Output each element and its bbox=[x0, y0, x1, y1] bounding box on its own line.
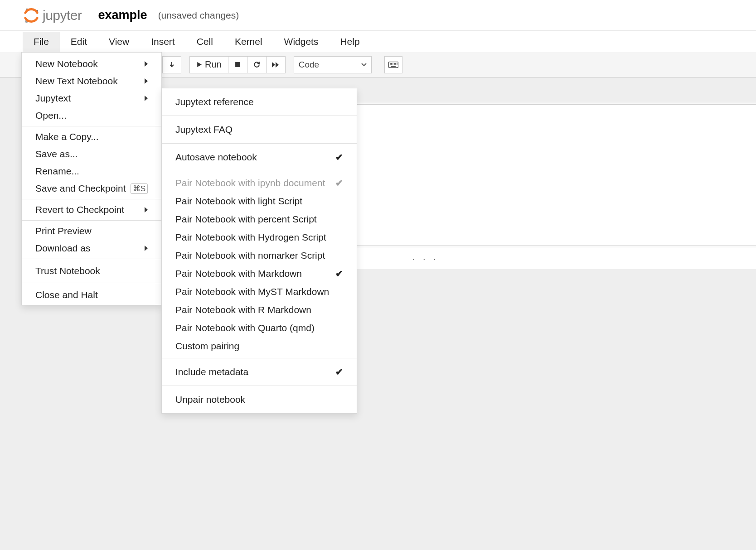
custom-pairing[interactable]: Custom pairing bbox=[162, 337, 357, 358]
menu-separator bbox=[22, 126, 161, 126]
svg-point-14 bbox=[394, 64, 395, 65]
pair-myst-markdown[interactable]: Pair Notebook with MyST Markdown bbox=[162, 283, 357, 301]
unpair-notebook[interactable]: Unpair notebook bbox=[162, 386, 357, 413]
svg-point-5 bbox=[390, 63, 391, 64]
file-save-as[interactable]: Save as... bbox=[22, 145, 161, 163]
svg-point-6 bbox=[391, 63, 392, 64]
menubar: File Edit View Insert Cell Kernel Widget… bbox=[0, 31, 756, 52]
menu-help[interactable]: Help bbox=[329, 32, 370, 52]
svg-rect-17 bbox=[391, 66, 396, 67]
check-icon: ✔ bbox=[335, 178, 343, 188]
fast-forward-icon bbox=[271, 62, 280, 68]
file-jupytext[interactable]: Jupytext bbox=[22, 90, 161, 107]
pair-percent-script[interactable]: Pair Notebook with percent Script bbox=[162, 210, 357, 228]
celltype-select[interactable]: Code bbox=[294, 56, 372, 73]
menu-file[interactable]: File bbox=[23, 32, 60, 52]
pair-nomarker-script[interactable]: Pair Notebook with nomarker Script bbox=[162, 246, 357, 265]
run-group: Run bbox=[189, 56, 286, 73]
include-metadata[interactable]: Include metadata ✔ bbox=[162, 358, 357, 386]
file-new-text-notebook[interactable]: New Text Notebook bbox=[22, 72, 161, 90]
jupytext-faq[interactable]: Jupytext FAQ bbox=[162, 116, 357, 143]
pair-ipynb[interactable]: Pair Notebook with ipynb document ✔ bbox=[162, 171, 357, 192]
file-trust-notebook[interactable]: Trust Notebook bbox=[22, 261, 161, 281]
run-label: Run bbox=[205, 59, 222, 70]
restart-run-all-button[interactable] bbox=[267, 56, 286, 73]
jupytext-submenu: Jupytext reference Jupytext FAQ Autosave… bbox=[161, 88, 357, 414]
check-icon: ✔ bbox=[335, 268, 343, 279]
menu-cell[interactable]: Cell bbox=[186, 32, 224, 52]
jupytext-autosave[interactable]: Autosave notebook ✔ bbox=[162, 144, 357, 171]
restart-icon bbox=[253, 61, 261, 68]
stop-icon bbox=[235, 62, 241, 68]
svg-point-12 bbox=[391, 64, 392, 65]
file-dropdown: New Notebook New Text Notebook Jupytext … bbox=[21, 52, 162, 305]
file-download-as[interactable]: Download as bbox=[22, 240, 161, 257]
file-rename[interactable]: Rename... bbox=[22, 163, 161, 180]
menu-separator bbox=[22, 199, 161, 199]
svg-point-8 bbox=[394, 63, 395, 64]
interrupt-button[interactable] bbox=[228, 56, 247, 73]
cell-ellipsis: . . . bbox=[412, 252, 439, 262]
command-palette-button[interactable] bbox=[384, 56, 402, 73]
file-open[interactable]: Open... bbox=[22, 107, 161, 124]
keyboard-icon bbox=[388, 62, 398, 68]
pair-markdown[interactable]: Pair Notebook with Markdown ✔ bbox=[162, 265, 357, 283]
jupyter-logo[interactable]: jupyter bbox=[23, 7, 82, 24]
file-make-copy[interactable]: Make a Copy... bbox=[22, 128, 161, 145]
submenu-arrow-icon bbox=[145, 61, 148, 67]
svg-point-11 bbox=[390, 64, 391, 65]
file-save-checkpoint[interactable]: Save and Checkpoint ⌘S bbox=[22, 180, 161, 197]
file-print-preview[interactable]: Print Preview bbox=[22, 222, 161, 240]
header: jupyter example (unsaved changes) bbox=[0, 0, 756, 31]
kbd-shortcut: ⌘S bbox=[131, 183, 148, 194]
submenu-arrow-icon bbox=[145, 78, 148, 84]
jupyter-icon bbox=[23, 7, 40, 24]
menu-insert[interactable]: Insert bbox=[140, 32, 186, 52]
file-revert-checkpoint[interactable]: Revert to Checkpoint bbox=[22, 201, 161, 218]
svg-point-13 bbox=[393, 64, 393, 65]
menu-view[interactable]: View bbox=[98, 32, 140, 52]
check-icon: ✔ bbox=[335, 152, 343, 163]
pair-light-script[interactable]: Pair Notebook with light Script bbox=[162, 192, 357, 210]
celltype-label: Code bbox=[299, 60, 319, 70]
play-icon bbox=[196, 62, 202, 68]
menu-separator bbox=[22, 220, 161, 221]
save-status: (unsaved changes) bbox=[158, 10, 239, 21]
menu-edit[interactable]: Edit bbox=[60, 32, 98, 52]
chevron-down-icon bbox=[361, 63, 367, 67]
svg-point-7 bbox=[393, 63, 393, 64]
move-down-button[interactable] bbox=[162, 56, 181, 73]
svg-point-15 bbox=[395, 64, 396, 65]
menu-kernel[interactable]: Kernel bbox=[224, 32, 273, 52]
svg-point-10 bbox=[397, 63, 397, 64]
arrow-down-icon bbox=[168, 61, 175, 68]
submenu-arrow-icon bbox=[145, 96, 148, 101]
file-close-halt[interactable]: Close and Halt bbox=[22, 285, 161, 305]
file-new-notebook[interactable]: New Notebook bbox=[22, 53, 161, 72]
menu-widgets[interactable]: Widgets bbox=[273, 32, 330, 52]
svg-point-16 bbox=[397, 64, 397, 65]
jupytext-reference[interactable]: Jupytext reference bbox=[162, 88, 357, 116]
jupyter-wordmark: jupyter bbox=[43, 8, 82, 23]
run-button[interactable]: Run bbox=[189, 56, 228, 73]
pair-r-markdown[interactable]: Pair Notebook with R Markdown bbox=[162, 301, 357, 319]
pair-hydrogen-script[interactable]: Pair Notebook with Hydrogen Script bbox=[162, 228, 357, 246]
svg-point-9 bbox=[395, 63, 396, 64]
check-icon: ✔ bbox=[335, 367, 343, 377]
menu-separator bbox=[22, 259, 161, 259]
notebook-cell-area bbox=[357, 105, 756, 245]
menu-separator bbox=[22, 283, 161, 283]
restart-button[interactable] bbox=[247, 56, 267, 73]
notebook-title[interactable]: example bbox=[98, 8, 147, 22]
submenu-arrow-icon bbox=[145, 207, 148, 212]
submenu-arrow-icon bbox=[145, 246, 148, 251]
pair-quarto[interactable]: Pair Notebook with Quarto (qmd) bbox=[162, 319, 357, 337]
svg-rect-3 bbox=[235, 62, 240, 67]
